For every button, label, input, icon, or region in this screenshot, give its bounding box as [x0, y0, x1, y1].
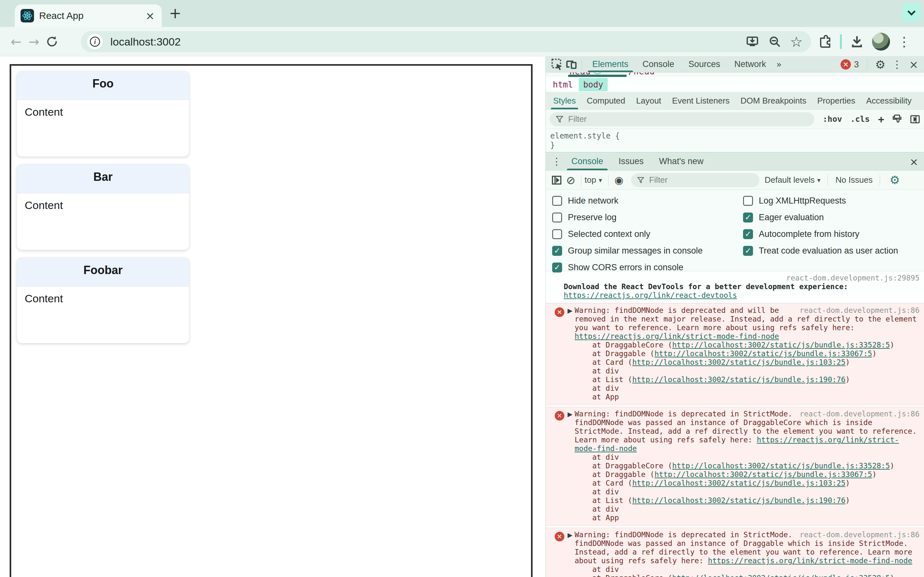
message-link[interactable]: https://reactjs.org/link/react-devtools [564, 291, 919, 300]
tab-close-icon[interactable]: × [144, 9, 156, 22]
stack-frame-link[interactable]: http://localhost:3002/static/js/bundle.j… [672, 341, 890, 349]
log-levels-selector[interactable]: Default levels [764, 175, 814, 185]
styles-tab-styles[interactable]: Styles [548, 92, 582, 109]
zoom-icon[interactable] [768, 35, 782, 49]
checkbox[interactable] [743, 196, 753, 206]
devtools-close-icon[interactable]: × [907, 57, 921, 71]
styles-tab-accessibility[interactable]: Accessibility [861, 92, 917, 109]
breadcrumb-body[interactable]: body [579, 78, 608, 91]
hov-toggle[interactable]: :hov [822, 114, 842, 124]
reload-button[interactable] [43, 33, 61, 51]
forward-button[interactable]: → [25, 33, 43, 51]
stack-frame-link[interactable]: http://localhost:3002/static/js/bundle.j… [632, 358, 846, 366]
checkbox[interactable]: ✓ [552, 263, 562, 272]
cls-toggle[interactable]: .cls [851, 114, 870, 124]
card-header[interactable]: Bar [17, 164, 189, 193]
styles-filter-input[interactable]: Filter [549, 112, 814, 126]
console-tab-issues[interactable]: Issues [611, 153, 651, 170]
error-count-badge[interactable]: ✕ 3 [841, 59, 859, 69]
styles-tab-event-listeners[interactable]: Event Listeners [667, 92, 735, 109]
message-source[interactable]: react-dom.development.js:86 [800, 410, 919, 418]
card-header[interactable]: Foo [17, 71, 189, 100]
address-bar[interactable]: i localhost:3002 ☆ [81, 31, 811, 52]
breadcrumb-html[interactable]: html [548, 78, 577, 91]
url-text[interactable]: localhost:3002 [110, 35, 745, 48]
console-setting-row[interactable]: Hide network [552, 194, 619, 207]
devtools-settings-gear-icon[interactable]: ⚙ [873, 57, 887, 71]
console-setting-row[interactable]: ✓Eager evaluation [743, 211, 824, 224]
devtools-tab-elements[interactable]: Elements [585, 56, 636, 72]
console-setting-row[interactable]: ✓Autocomplete from history [743, 227, 859, 240]
console-setting-row[interactable]: Preserve log [552, 211, 617, 224]
expand-triangle-icon[interactable]: ▶ [567, 410, 572, 419]
back-button[interactable]: ← [7, 33, 25, 51]
styles-tab-computed[interactable]: Computed [582, 92, 631, 109]
devtools-tab-console[interactable]: Console [636, 56, 682, 72]
stack-frame-link[interactable]: http://localhost:3002/static/js/bundle.j… [632, 376, 846, 384]
more-tabs-icon[interactable]: » [773, 56, 785, 72]
checkbox[interactable]: ✓ [552, 246, 562, 256]
inspect-element-icon[interactable] [550, 57, 564, 71]
message-source[interactable]: react-dom.development.js:29895 [564, 274, 919, 282]
browser-menu-kebab-icon[interactable]: ⋮ [898, 34, 911, 49]
brush-icon[interactable] [892, 114, 902, 124]
expand-triangle-icon[interactable]: ▶ [567, 531, 572, 540]
console-drawer-close-icon[interactable]: × [909, 156, 918, 168]
message-link[interactable]: https://reactjs.org/link/strict-mode-fin… [575, 332, 779, 340]
stack-frame-link[interactable]: http://localhost:3002/static/js/bundle.j… [632, 479, 846, 487]
window-chevron-button[interactable] [902, 3, 921, 23]
console-filter-input[interactable]: Filter [631, 173, 759, 187]
console-message-info[interactable]: react-dom.development.js:29895Download t… [546, 271, 924, 303]
console-tab-what-s-new[interactable]: What's new [651, 153, 711, 170]
styles-tab-properties[interactable]: Properties [812, 92, 861, 109]
message-source[interactable]: react-dom.development.js:86 [800, 530, 919, 539]
console-setting-row[interactable]: Log XMLHttpRequests [743, 194, 846, 207]
stack-frame-link[interactable]: http://localhost:3002/static/js/bundle.j… [654, 350, 872, 358]
checkbox[interactable] [552, 213, 562, 222]
clear-console-icon[interactable]: ⊘ [564, 173, 578, 187]
checkbox[interactable]: ✓ [743, 229, 753, 239]
context-selector[interactable]: top [585, 175, 596, 185]
stack-frame-link[interactable]: http://localhost:3002/static/js/bundle.j… [672, 462, 890, 470]
console-setting-row[interactable]: Selected context only [552, 227, 650, 240]
draggable-card[interactable]: FooContent [17, 71, 189, 157]
console-message-warning[interactable]: ✕▶react-dom.development.js:86Warning: fi… [546, 528, 924, 577]
console-setting-row[interactable]: ✓Show CORS errors in console [552, 261, 683, 274]
console-settings-gear-icon[interactable]: ⚙ [888, 173, 902, 187]
draggable-card[interactable]: FoobarContent [17, 258, 189, 343]
browser-tab[interactable]: React App × [15, 5, 162, 27]
draggable-card[interactable]: BarContent [17, 164, 189, 250]
elements-tree-clipped-row[interactable]: head /head [546, 73, 924, 77]
element-style-rule[interactable]: element.style { } [546, 129, 924, 153]
styles-tab-layout[interactable]: Layout [631, 92, 667, 109]
console-setting-row[interactable]: ✓Treat code evaluation as user action [743, 244, 898, 257]
new-tab-button[interactable]: + [167, 5, 184, 22]
console-message-warning[interactable]: ✕▶react-dom.development.js:86Warning: fi… [546, 303, 924, 405]
issues-status[interactable]: No Issues [835, 175, 873, 185]
download-icon[interactable] [850, 34, 864, 49]
panel-layout-toggle-icon[interactable] [910, 114, 920, 124]
expand-triangle-icon[interactable]: ▶ [567, 306, 572, 315]
checkbox[interactable]: ✓ [743, 246, 753, 256]
message-link[interactable]: https://reactjs.org/link/strict-mode-fin… [708, 556, 912, 565]
message-source[interactable]: react-dom.development.js:86 [800, 306, 919, 315]
install-app-icon[interactable] [745, 35, 759, 49]
device-toolbar-icon[interactable] [564, 57, 578, 71]
console-message-warning[interactable]: ✕▶react-dom.development.js:86Warning: fi… [546, 407, 924, 526]
live-expression-eye-icon[interactable]: ◉ [612, 173, 626, 187]
new-style-rule-button[interactable]: + [878, 113, 884, 125]
checkbox[interactable]: ✓ [743, 213, 753, 222]
stack-frame-link[interactable]: http://localhost:3002/static/js/bundle.j… [672, 574, 890, 577]
console-tab-console[interactable]: Console [564, 153, 611, 170]
devtools-kebab-icon[interactable]: ⋮ [890, 57, 904, 71]
devtools-tab-network[interactable]: Network [727, 56, 773, 72]
stack-frame-link[interactable]: http://localhost:3002/static/js/bundle.j… [632, 496, 846, 504]
bookmark-star-icon[interactable]: ☆ [790, 34, 803, 50]
console-sidebar-toggle-icon[interactable] [549, 173, 564, 187]
card-header[interactable]: Foobar [17, 258, 189, 287]
styles-tab-dom-breakpoints[interactable]: DOM Breakpoints [735, 92, 812, 109]
site-info-button[interactable]: i [87, 34, 103, 49]
profile-avatar[interactable] [872, 33, 890, 51]
console-setting-row[interactable]: ✓Group similar messages in console [552, 244, 703, 257]
extensions-puzzle-icon[interactable] [817, 34, 832, 49]
